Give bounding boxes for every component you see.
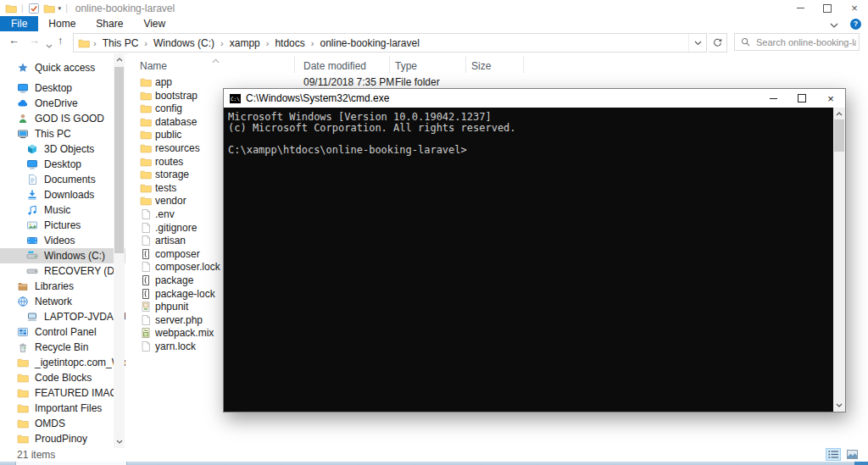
file-row-app[interactable]: app09/11/2018 7:35 PMFile folder (127, 75, 868, 89)
cmd-scrollbar[interactable] (833, 108, 845, 412)
scrollbar-thumb[interactable] (114, 67, 124, 253)
sidebar-item-3d-objects[interactable]: 3D Objects (0, 141, 125, 157)
ribbon-collapse-icon[interactable] (830, 16, 838, 31)
recent-locations-icon[interactable] (46, 38, 53, 51)
sidebar-item-desktop[interactable]: Desktop (0, 157, 125, 172)
cmd-close-button[interactable]: × (816, 89, 845, 108)
sidebar-item-downloads[interactable]: Downloads (0, 187, 125, 202)
new-folder-icon[interactable] (43, 3, 55, 14)
tab-share[interactable]: Share (86, 16, 133, 31)
breadcrumb-this-pc[interactable]: This PC (100, 37, 142, 49)
details-view-icon (828, 450, 839, 459)
qat-customize-icon[interactable]: ▾ (58, 5, 62, 12)
column-divider[interactable] (465, 56, 466, 73)
sidebar-item-code-blocks[interactable]: Code Blocks (0, 370, 125, 385)
sidebar-item-onedrive[interactable]: OneDrive (0, 96, 125, 111)
address-dropdown-icon[interactable] (688, 34, 706, 52)
sidebar-item-windows-c[interactable]: Windows (C:) (0, 248, 125, 263)
sidebar-scrollbar[interactable] (114, 53, 125, 448)
sidebar-item-proudpinoy[interactable]: ProudPinoy (0, 431, 125, 446)
breadcrumb-windows-c[interactable]: Windows (C:) (151, 37, 217, 49)
tab-view[interactable]: View (133, 16, 175, 31)
file-icon (140, 314, 152, 326)
sidebar-item-igetintopc-com-wonde[interactable]: _igetintopc.com_Wonde (0, 355, 125, 370)
scroll-down-icon[interactable] (114, 436, 125, 447)
window-title: online-booking-laravel (75, 3, 175, 14)
breadcrumb-htdocs[interactable]: htdocs (272, 37, 307, 49)
cmd-scroll-up-icon[interactable] (833, 108, 845, 119)
cmd-scrollbar-thumb[interactable] (834, 119, 844, 152)
sidebar-item-pictures[interactable]: Pictures (0, 218, 125, 233)
sidebar-item-libraries[interactable]: Libraries (0, 279, 125, 294)
user-icon (17, 113, 29, 125)
back-button[interactable]: ← (8, 34, 19, 47)
breadcrumb-online-booking-laravel[interactable]: online-booking-laravel (317, 37, 421, 49)
breadcrumb-separator-icon[interactable]: › (92, 38, 98, 48)
folder-icon (140, 182, 152, 194)
minimize-button[interactable] (787, 0, 814, 16)
checkbox-icon[interactable] (28, 3, 40, 14)
thumbnail-view-button[interactable] (844, 448, 860, 461)
search-input[interactable] (754, 36, 858, 48)
close-button[interactable]: × (841, 0, 868, 16)
tab-home[interactable]: Home (38, 16, 86, 31)
breadcrumb-xampp[interactable]: xampp (227, 37, 263, 49)
column-header-size[interactable]: Size (471, 60, 491, 72)
cmd-maximize-button[interactable] (787, 89, 816, 108)
search-icon (741, 37, 750, 47)
forward-button[interactable]: → (29, 34, 40, 47)
app-folder-icon (5, 3, 17, 14)
scroll-up-icon[interactable] (114, 54, 125, 65)
breadcrumb-separator-icon[interactable]: › (219, 38, 225, 48)
sidebar-item-recycle-bin[interactable]: Recycle Bin (0, 340, 125, 355)
cmd-output[interactable]: Microsoft Windows [Version 10.0.19042.12… (224, 108, 833, 412)
sidebar-item-label: RECOVERY (D:) (44, 265, 120, 277)
sidebar-item-this-pc[interactable]: This PC (0, 126, 125, 141)
sidebar-item-label: Important Files (35, 402, 102, 414)
file-name: database (155, 116, 197, 128)
sidebar-item-omds[interactable]: OMDS (0, 416, 125, 431)
sidebar-item-documents[interactable]: Documents (0, 172, 125, 187)
sidebar-item-quick-access[interactable]: Quick access (0, 60, 125, 75)
sidebar-item-important-files[interactable]: Important Files (0, 401, 125, 416)
tab-file[interactable]: File (0, 16, 38, 31)
sidebar-item-network[interactable]: Network (0, 294, 125, 309)
folder-icon (140, 90, 152, 102)
sidebar-item-videos[interactable]: Videos (0, 233, 125, 248)
column-header-name[interactable]: Name (140, 60, 167, 72)
cmd-minimize-button[interactable] (759, 89, 787, 108)
folder-icon (140, 169, 152, 180)
sidebar-item-control-panel[interactable]: Control Panel (0, 324, 125, 340)
column-header-type[interactable]: Type (395, 60, 417, 72)
cmd-window[interactable]: C:\ C:\Windows\System32\cmd.exe × Micros… (223, 88, 846, 412)
breadcrumb: ›This PC›Windows (C:)›xampp›htdocs›onlin… (74, 37, 688, 49)
search-box[interactable] (734, 33, 860, 51)
cube-icon (26, 143, 38, 155)
refresh-button[interactable] (709, 33, 727, 53)
up-button[interactable]: ↑ (58, 34, 64, 47)
details-view-button[interactable] (826, 448, 841, 461)
sidebar-item-god-is-good[interactable]: GOD IS GOOD (0, 111, 125, 126)
maximize-button[interactable] (814, 0, 841, 16)
file-name: .gitignore (155, 222, 197, 234)
drive-icon (26, 265, 38, 277)
sidebar-item-recovery-d[interactable]: RECOVERY (D:) (0, 263, 125, 279)
column-divider[interactable] (294, 56, 295, 73)
item-count: 21 items (17, 449, 55, 461)
sidebar-item-featured-image-temp[interactable]: FEATURED IMAGE TEMP (0, 385, 125, 401)
video-icon (26, 235, 38, 246)
column-divider[interactable] (389, 56, 390, 73)
sidebar-item-music[interactable]: Music (0, 202, 125, 218)
sidebar-item-desktop[interactable]: Desktop (0, 80, 125, 96)
column-header-date-modified[interactable]: Date modified (303, 60, 366, 72)
address-bar[interactable]: ›This PC›Windows (C:)›xampp›htdocs›onlin… (73, 33, 707, 53)
breadcrumb-separator-icon[interactable]: › (142, 38, 149, 48)
help-icon[interactable]: ? (850, 19, 861, 30)
cmd-titlebar[interactable]: C:\ C:\Windows\System32\cmd.exe × (224, 89, 845, 108)
sidebar-item-laptop-jvda6u1d[interactable]: LAPTOP-JVDA6U1D (0, 309, 125, 324)
cmd-scroll-down-icon[interactable] (833, 400, 845, 411)
breadcrumb-separator-icon[interactable]: › (309, 38, 316, 48)
column-divider[interactable] (523, 56, 524, 73)
breadcrumb-separator-icon[interactable]: › (264, 38, 271, 48)
file-name: yarn.lock (155, 340, 196, 352)
